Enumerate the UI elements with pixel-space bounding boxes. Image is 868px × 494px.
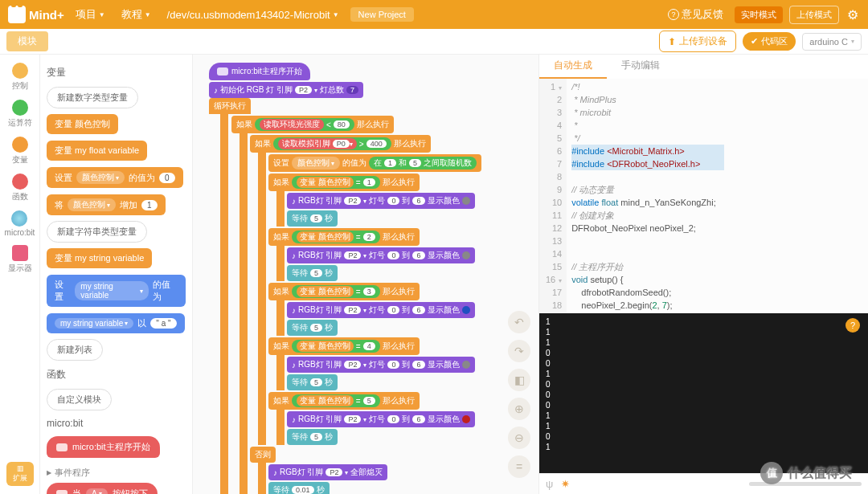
console-line: 1 — [546, 327, 862, 337]
watermark-text: 什么值得买 — [788, 465, 852, 482]
block-if-4[interactable]: 如果变量 颜色控制=4那么执行 — [268, 337, 420, 355]
usb-icon[interactable]: ψ — [546, 478, 553, 490]
upload-mode-button[interactable]: 上传模式 — [789, 6, 839, 24]
category-nav: 控制 运算符 变量 函数 micro:bit 显示器 — [0, 55, 40, 494]
block-if-1[interactable]: 如果变量 颜色控制=1那么执行 — [268, 174, 420, 191]
line-gutter: 1▾2345678910111213141516▾17181920▾21▾ — [539, 79, 567, 313]
block-wait-4[interactable]: 等待5秒 — [287, 374, 338, 390]
custom-block-button[interactable]: 自定义模块 — [47, 389, 112, 410]
extension-button[interactable]: ▥扩展 — [6, 462, 34, 486]
block-wait-short[interactable]: 等待0.01秒 — [268, 482, 330, 494]
new-str-var-button[interactable]: 新建字符串类型变量 — [47, 221, 147, 243]
tab-manual-edit[interactable]: 手动编辑 — [607, 54, 674, 79]
block-set-random[interactable]: 设置颜色控制▾的值为在1和5之间取随机数 — [268, 154, 481, 172]
block-if-light[interactable]: 如果读取环境光强度<80那么执行 — [231, 116, 394, 133]
serial-console[interactable]: ? 1 1 1 0 0 1 0 0 0 1 1 0 1 — [539, 313, 868, 473]
menu-tutorial[interactable]: 教程▼ — [117, 4, 156, 25]
nav-operator[interactable]: 运算符 — [5, 96, 35, 132]
serial-port[interactable]: /dev/cu.usbmodem143402-Microbit▼ — [162, 6, 344, 24]
robot-icon — [8, 6, 26, 23]
nav-microbit[interactable]: micro:bit — [2, 207, 39, 240]
upload-to-device-button[interactable]: ⬆上传到设备 — [659, 31, 736, 52]
redo-button[interactable]: ↷ — [508, 340, 530, 362]
console-line: 0 — [546, 348, 862, 358]
puzzle-icon: ▥ — [17, 464, 24, 472]
block-rgb-4[interactable]: ♪RGB灯 引脚P2▾灯号0到6显示颜色 — [287, 357, 475, 373]
palette-header-microbit: micro:bit — [47, 418, 186, 429]
block-var-color[interactable]: 变量 颜色控制 — [47, 114, 118, 134]
settings-icon[interactable]: ⚙ — [845, 7, 860, 22]
new-project-tab[interactable]: New Project — [350, 7, 414, 22]
block-init-rgb[interactable]: ♪初始化 RGB 灯 引脚P2▾灯总数7 — [209, 82, 363, 98]
block-change-var[interactable]: 将颜色控制▾增加1 — [47, 194, 166, 215]
block-var-string[interactable]: 变量 my string variable — [47, 248, 152, 268]
zoom-out-button[interactable]: ⊖ — [508, 427, 530, 449]
block-if-5[interactable]: 如果变量 颜色控制=5那么执行 — [268, 392, 420, 410]
zoom-reset-button[interactable]: = — [508, 455, 530, 478]
block-main-start[interactable]: micro:bit主程序开始 — [47, 436, 160, 458]
code-content: /*! * MindPlus * microbit * */ #include … — [567, 79, 729, 313]
nav-variable[interactable]: 变量 — [9, 133, 31, 169]
zoom-in-button[interactable]: ⊕ — [508, 398, 530, 420]
block-rgb-5[interactable]: ♪RGB灯 引脚P2▾灯号0到6显示颜色 — [287, 411, 475, 427]
block-var-float[interactable]: 变量 my float variable — [47, 141, 147, 161]
block-else-inner[interactable]: 否则 — [250, 447, 276, 463]
module-tab[interactable]: 模块 — [6, 31, 48, 51]
block-palette: 变量 新建数字类型变量 变量 颜色控制 变量 my float variable… — [40, 55, 193, 494]
new-list-button[interactable]: 新建列表 — [47, 339, 103, 361]
script-canvas[interactable]: micro:bit主程序开始 ♪初始化 RGB 灯 引脚P2▾灯总数7 循环执行… — [193, 55, 538, 494]
tab-auto-generate[interactable]: 自动生成 — [539, 54, 607, 79]
realtime-mode-button[interactable]: 实时模式 — [735, 6, 783, 23]
new-num-var-button[interactable]: 新建数字类型变量 — [47, 87, 138, 108]
code-tabs: 自动生成 手动编辑 — [539, 55, 868, 79]
block-rgb-2[interactable]: ♪RGB灯 引脚P2▾灯号0到6显示颜色 — [287, 247, 475, 263]
help-icon[interactable]: ? — [845, 318, 860, 333]
block-if-2[interactable]: 如果变量 颜色控制=2那么执行 — [268, 228, 420, 246]
toolbar: 模块 ⬆上传到设备 ✔代码区 arduino C▾ — [0, 29, 868, 55]
block-string-concat[interactable]: my string variable▾以" a " — [47, 313, 185, 333]
nav-function[interactable]: 函数 — [9, 170, 31, 206]
nav-display[interactable]: 显示器 — [5, 242, 35, 277]
script-stack[interactable]: micro:bit主程序开始 ♪初始化 RGB 灯 引脚P2▾灯总数7 循环执行… — [209, 63, 481, 494]
watermark-badge: 值 — [760, 462, 783, 484]
code-area-toggle[interactable]: ✔代码区 — [743, 32, 796, 51]
app-logo: Mind+ — [8, 6, 64, 23]
console-line: 1 — [546, 421, 862, 431]
code-panel: 自动生成 手动编辑 1▾2345678910111213141516▾17181… — [538, 55, 868, 494]
console-line: 1 — [546, 410, 862, 421]
block-rgb-3[interactable]: ♪RGB灯 引脚P2▾灯号0到6显示颜色 — [287, 302, 475, 318]
console-line: 1 — [546, 442, 862, 452]
block-set-var[interactable]: 设置颜色控制▾的值为0 — [47, 167, 183, 188]
undo-button[interactable]: ↶ — [508, 311, 530, 333]
palette-header-function: 函数 — [47, 368, 186, 382]
block-wait-1[interactable]: 等待5秒 — [287, 210, 338, 227]
canvas-actions: ↶ ↷ ◧ ⊕ ⊖ = — [508, 311, 530, 478]
block-all-off[interactable]: ♪RGB灯 引脚P2▾全部熄灭 — [268, 464, 387, 480]
menu-project[interactable]: 项目▼ — [71, 4, 110, 25]
console-line: 0 — [546, 379, 862, 390]
block-if-analog[interactable]: 如果读取模拟引脚 P0▾>400那么执行 — [250, 135, 431, 153]
top-menubar: Mind+ 项目▼ 教程▼ /dev/cu.usbmodem143402-Mic… — [0, 0, 868, 29]
block-set-string[interactable]: 设置my string variable▾的值为 — [47, 275, 186, 307]
nav-control[interactable]: 控制 — [9, 59, 31, 95]
console-line: 1 — [546, 337, 862, 348]
block-rgb-1[interactable]: ♪RGB灯 引脚P2▾灯号0到6显示颜色 — [287, 193, 475, 209]
canvas-hat-block[interactable]: micro:bit主程序开始 — [209, 63, 310, 80]
block-when-button[interactable]: 当A▾按钮按下 — [47, 483, 158, 494]
tidy-button[interactable]: ◧ — [508, 369, 530, 391]
console-line: 1 — [546, 369, 862, 379]
upload-icon: ⬆ — [668, 36, 676, 47]
console-line: 0 — [546, 400, 862, 410]
language-select[interactable]: arduino C▾ — [802, 33, 862, 51]
block-wait-3[interactable]: 等待5秒 — [287, 320, 338, 336]
feedback-link[interactable]: ?意见反馈 — [663, 4, 728, 25]
block-if-3[interactable]: 如果变量 颜色控制=3那么执行 — [268, 283, 420, 300]
bug-icon[interactable]: ✷ — [561, 478, 570, 490]
watermark: 值 什么值得买 — [760, 462, 852, 484]
palette-header-variable: 变量 — [47, 66, 186, 80]
microbit-icon — [56, 443, 68, 451]
block-forever[interactable]: 循环执行 — [209, 98, 251, 114]
block-wait-5[interactable]: 等待5秒 — [287, 429, 338, 445]
code-editor[interactable]: 1▾2345678910111213141516▾17181920▾21▾ /*… — [539, 79, 868, 313]
block-wait-2[interactable]: 等待5秒 — [287, 265, 338, 281]
